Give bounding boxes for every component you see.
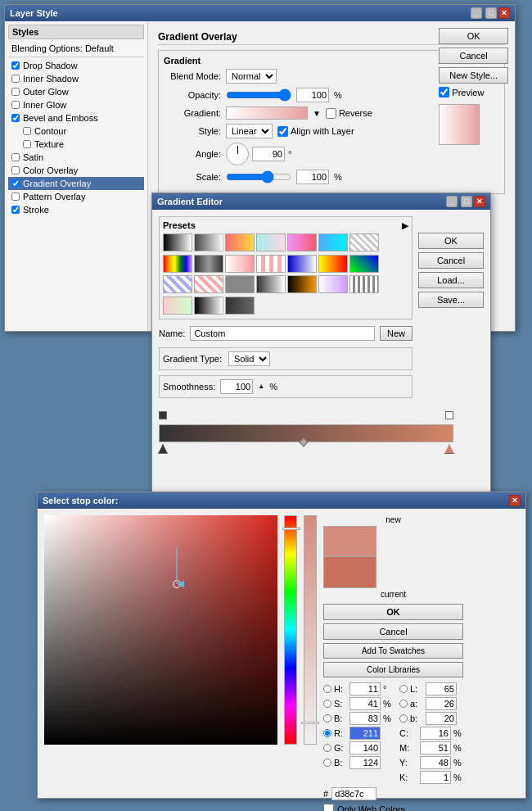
- satin-checkbox[interactable]: [11, 153, 20, 161]
- gradient-overlay-checkbox[interactable]: [11, 179, 20, 188]
- h-radio[interactable]: [323, 685, 331, 693]
- gradient-dropdown-icon[interactable]: ▼: [313, 109, 321, 118]
- minimize-button[interactable]: _: [471, 7, 482, 19]
- new-button[interactable]: New: [380, 326, 413, 341]
- b-input[interactable]: [349, 712, 381, 725]
- preset-swatch-17[interactable]: [225, 275, 255, 293]
- gradient-overlay-item[interactable]: Gradient Overlay: [8, 177, 144, 190]
- satin-item[interactable]: Satin: [8, 151, 144, 164]
- ge-cancel-button[interactable]: Cancel: [418, 252, 484, 269]
- cp-cancel-button[interactable]: Cancel: [323, 623, 463, 640]
- ge-close-button[interactable]: ✕: [474, 196, 485, 207]
- align-checkbox[interactable]: [277, 126, 288, 137]
- bevel-emboss-item[interactable]: Bevel and Emboss: [8, 111, 144, 125]
- m-input[interactable]: [420, 741, 451, 754]
- preset-swatch-3[interactable]: [225, 233, 255, 251]
- l-input[interactable]: [426, 682, 457, 695]
- gradient-bar[interactable]: [159, 424, 453, 442]
- contour-checkbox[interactable]: [23, 127, 31, 135]
- hex-input[interactable]: [331, 787, 376, 800]
- preset-swatch-14[interactable]: [349, 255, 379, 273]
- b-radio[interactable]: [323, 714, 331, 723]
- ge-save-button[interactable]: Save...: [418, 292, 484, 308]
- s-radio[interactable]: [323, 700, 331, 708]
- b2-radio[interactable]: [399, 714, 408, 723]
- drop-shadow-item[interactable]: Drop Shadow: [8, 59, 144, 72]
- opacity-stop-left[interactable]: [159, 411, 167, 419]
- a-radio[interactable]: [399, 700, 408, 708]
- preset-swatch-12[interactable]: [287, 255, 317, 273]
- preset-swatch-2[interactable]: [194, 233, 223, 251]
- preset-swatch-23[interactable]: [194, 297, 223, 315]
- bevel-emboss-checkbox[interactable]: [11, 114, 20, 122]
- preset-swatch-8[interactable]: [163, 255, 192, 273]
- y-input[interactable]: [420, 756, 451, 769]
- scale-input[interactable]: [296, 170, 329, 184]
- opacity-slider[interactable]: [226, 88, 291, 102]
- opacity-input[interactable]: [296, 88, 329, 102]
- maximize-button[interactable]: □: [485, 7, 497, 19]
- inner-shadow-checkbox[interactable]: [11, 75, 20, 83]
- preset-swatch-5[interactable]: [287, 233, 317, 251]
- b2-input[interactable]: [426, 712, 457, 725]
- preset-swatch-22[interactable]: [163, 297, 192, 315]
- smoothness-input[interactable]: [220, 379, 253, 394]
- stroke-item[interactable]: Stroke: [8, 203, 144, 216]
- cp-close-button[interactable]: ✕: [509, 495, 521, 506]
- web-colors-checkbox[interactable]: [323, 804, 334, 811]
- c-input[interactable]: [420, 727, 451, 740]
- preset-swatch-19[interactable]: [287, 275, 317, 293]
- preset-swatch-24[interactable]: [225, 297, 255, 315]
- name-input[interactable]: [190, 326, 375, 341]
- color-stop-right[interactable]: [444, 444, 454, 454]
- preset-swatch-1[interactable]: [163, 233, 192, 251]
- opacity-stop-right[interactable]: [445, 411, 453, 419]
- pattern-overlay-item[interactable]: Pattern Overlay: [8, 190, 144, 203]
- outer-glow-checkbox[interactable]: [11, 88, 20, 96]
- close-button[interactable]: ✕: [498, 7, 510, 19]
- scale-slider[interactable]: [226, 170, 291, 183]
- texture-item[interactable]: Texture: [8, 138, 144, 151]
- reverse-checkbox[interactable]: [326, 108, 336, 119]
- blending-options-item[interactable]: Blending Options: Default: [8, 42, 144, 55]
- hue-slider[interactable]: [284, 515, 297, 745]
- contour-item[interactable]: Contour: [8, 125, 144, 138]
- ge-minimize-button[interactable]: _: [446, 196, 458, 207]
- inner-glow-item[interactable]: Inner Glow: [8, 98, 144, 111]
- ok-button[interactable]: OK: [439, 28, 508, 44]
- l-radio[interactable]: [399, 685, 408, 693]
- g-radio[interactable]: [323, 744, 331, 752]
- blend-mode-select[interactable]: Normal: [226, 69, 277, 84]
- h-input[interactable]: [349, 682, 381, 695]
- bv-radio[interactable]: [323, 759, 331, 767]
- stroke-checkbox[interactable]: [11, 206, 20, 214]
- alpha-slider[interactable]: [304, 515, 317, 745]
- presets-scroll-btn[interactable]: ▶: [402, 221, 408, 230]
- bv-input[interactable]: [349, 756, 381, 769]
- preset-swatch-20[interactable]: [318, 275, 348, 293]
- drop-shadow-checkbox[interactable]: [11, 61, 20, 70]
- ge-ok-button[interactable]: OK: [418, 233, 484, 249]
- stepper-up[interactable]: ▲: [258, 383, 264, 390]
- style-select[interactable]: Linear: [226, 124, 273, 138]
- preset-swatch-9[interactable]: [194, 255, 223, 273]
- preset-swatch-11[interactable]: [256, 255, 286, 273]
- preset-swatch-4[interactable]: [256, 233, 286, 251]
- inner-shadow-item[interactable]: Inner Shadow: [8, 72, 144, 85]
- preset-swatch-6[interactable]: [318, 233, 348, 251]
- ge-maximize-button[interactable]: □: [461, 196, 472, 207]
- gradient-preview-bar[interactable]: [226, 106, 308, 120]
- color-stop-left[interactable]: [158, 444, 168, 454]
- preset-swatch-13[interactable]: [318, 255, 348, 273]
- outer-glow-item[interactable]: Outer Glow: [8, 85, 144, 98]
- preset-swatch-15[interactable]: [163, 275, 192, 293]
- angle-circle[interactable]: [226, 143, 249, 165]
- s-input[interactable]: [349, 697, 381, 710]
- angle-input[interactable]: [252, 147, 285, 161]
- gradient-type-select[interactable]: Solid: [228, 351, 270, 366]
- inner-glow-checkbox[interactable]: [11, 101, 20, 109]
- color-field[interactable]: [44, 515, 277, 745]
- g-input[interactable]: [349, 741, 381, 754]
- preview-checkbox[interactable]: [439, 87, 449, 97]
- r-radio[interactable]: [323, 729, 331, 737]
